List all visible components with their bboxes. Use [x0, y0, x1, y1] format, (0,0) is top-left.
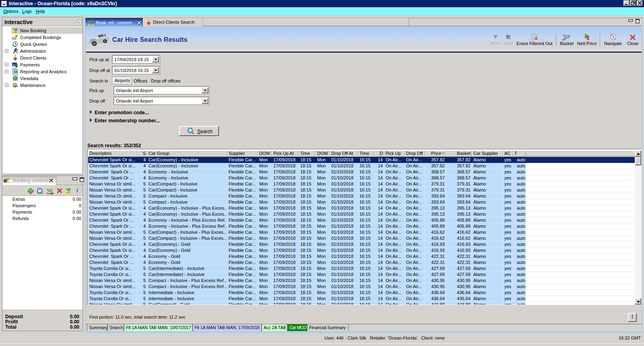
svg-text:$: $	[15, 63, 18, 68]
svg-text:i: i	[76, 187, 78, 194]
